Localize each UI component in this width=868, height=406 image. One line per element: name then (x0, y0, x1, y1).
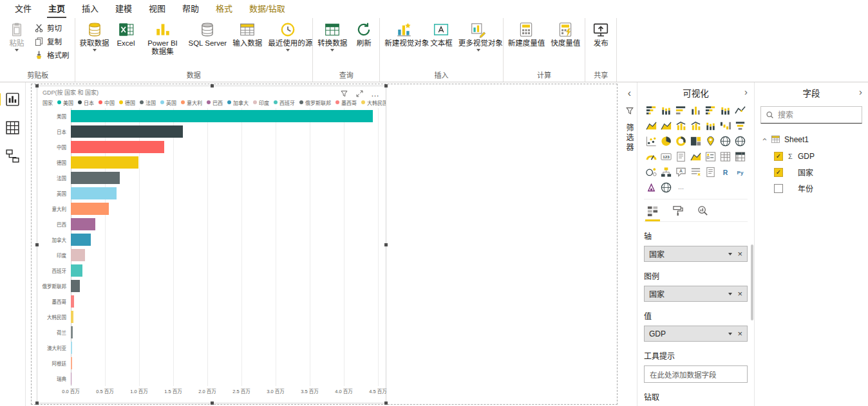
copy-button[interactable]: 复制 (31, 35, 73, 48)
bar-俄罗斯联邦[interactable] (71, 280, 80, 292)
multi-row-card-icon[interactable] (674, 149, 688, 163)
ribbon-tab-6[interactable]: 帮助 (174, 0, 207, 18)
filled-map-icon[interactable] (718, 134, 732, 148)
excel-button[interactable]: Excel (113, 19, 140, 48)
visualizations-scrollbar[interactable] (751, 245, 753, 320)
legend-item[interactable]: 德国 (119, 99, 135, 106)
legend-item[interactable]: 大韩民国 (361, 99, 386, 106)
card-icon[interactable]: 123 (659, 149, 673, 163)
focus-mode-icon[interactable] (355, 89, 364, 98)
smart-narrative-icon[interactable] (688, 165, 703, 179)
bar-荷兰[interactable] (71, 326, 73, 338)
remove-field-icon[interactable]: × (732, 329, 742, 338)
bar-巴西[interactable] (71, 218, 95, 230)
ribbon-tab-1[interactable]: 文件 (6, 0, 40, 18)
waterfall-chart-icon[interactable] (718, 118, 732, 133)
refresh-button[interactable]: 刷新 (350, 19, 377, 48)
collapse-fields-icon[interactable]: › (859, 87, 862, 97)
resize-handle[interactable] (384, 84, 388, 88)
search-box[interactable] (760, 106, 862, 124)
report-canvas[interactable]: … GDP(按 国家 和 国家) 国家美国日本中国德国法国英国意大利巴西加拿大印… (26, 82, 622, 406)
paste-button[interactable]: 粘贴 (3, 19, 30, 52)
bar-西班牙[interactable] (71, 264, 82, 277)
enter-data-button[interactable]: 输入数据 (230, 19, 265, 48)
donut-chart-icon[interactable] (674, 134, 688, 148)
field-checkbox-checked[interactable] (774, 152, 783, 161)
transform-data-button[interactable]: 转换数据 (315, 19, 350, 52)
stacked-column-chart-icon[interactable] (659, 103, 673, 117)
ribbon-tab-3[interactable]: 插入 (73, 0, 107, 18)
arcgis-map-icon[interactable] (659, 180, 673, 194)
resize-handle[interactable] (35, 243, 39, 246)
bar-法国[interactable] (71, 172, 120, 184)
100-stacked-column-chart-icon[interactable] (718, 103, 732, 117)
decomposition-tree-icon[interactable] (659, 165, 673, 179)
line-and-clustered-column-chart-icon[interactable] (688, 118, 703, 133)
bar-阿根廷[interactable] (71, 357, 72, 369)
kpi-icon[interactable] (688, 149, 703, 163)
bar-澳大利亚[interactable] (71, 342, 72, 354)
r-script-visual-icon[interactable]: R (718, 165, 732, 179)
legend-item[interactable]: 墨西哥 (335, 99, 357, 106)
get-data-button[interactable]: 获取数据 (77, 19, 112, 52)
ribbon-tab-5[interactable]: 视图 (140, 0, 174, 18)
legend-item[interactable]: 日本 (78, 99, 94, 106)
collapse-table-icon[interactable]: › (759, 136, 769, 143)
bar-大韩民国[interactable] (71, 311, 73, 323)
resize-handle[interactable] (384, 243, 388, 246)
model-view-button[interactable] (5, 148, 21, 164)
clustered-column-chart-icon[interactable] (688, 103, 703, 117)
gauge-icon[interactable] (644, 149, 658, 163)
100-stacked-bar-chart-icon[interactable] (703, 103, 717, 117)
bar-中国[interactable] (71, 141, 164, 153)
key-influencers-icon[interactable] (644, 165, 658, 179)
ribbon-tab-2[interactable]: 主页 (40, 0, 73, 18)
format-tab[interactable] (672, 205, 684, 217)
format-painter-button[interactable]: 格式刷 (31, 48, 73, 61)
remove-field-icon[interactable]: × (732, 249, 742, 259)
resize-handle[interactable] (211, 84, 214, 88)
new-measure-button[interactable]: 新建度量值 (505, 19, 548, 48)
field-chip-values[interactable]: GDP × (644, 326, 748, 342)
field-row-country[interactable]: 国家 (760, 164, 862, 180)
legend-item[interactable]: 英国 (160, 99, 176, 106)
bar-英国[interactable] (71, 187, 117, 199)
field-chip-axis[interactable]: 国家 × (644, 246, 748, 262)
bar-瑞典[interactable] (71, 373, 71, 385)
shape-map-icon[interactable] (733, 134, 747, 148)
bar-美国[interactable] (71, 110, 373, 122)
legend-item[interactable]: 中国 (99, 99, 115, 106)
more-visuals-button[interactable]: 更多视觉对象 (456, 19, 501, 52)
expand-filters-icon[interactable]: ‹ (628, 89, 631, 98)
more-options-icon[interactable]: … (371, 91, 380, 97)
search-input[interactable] (778, 111, 857, 120)
field-row-year[interactable]: 年份 (760, 180, 862, 196)
power-apps-visual-icon[interactable] (644, 180, 658, 194)
bar-德国[interactable] (71, 156, 138, 169)
add-data-field-dropzone[interactable]: 在此处添加数据字段 (644, 365, 748, 383)
recent-sources-button[interactable]: 最近使用的源 (265, 19, 310, 52)
bar-意大利[interactable] (71, 203, 109, 215)
ribbon-tab-7[interactable]: 格式 (207, 0, 241, 18)
line-and-stacked-column-chart-icon[interactable] (674, 118, 688, 133)
area-chart-icon[interactable] (644, 118, 658, 133)
ribbon-tab-8[interactable]: 数据/钻取 (241, 0, 294, 18)
fields-wells-tab[interactable] (646, 205, 659, 217)
ribbon-tab-4[interactable]: 建模 (107, 0, 140, 18)
field-chip-legend[interactable]: 国家 × (644, 286, 748, 302)
stacked-bar-chart-icon[interactable] (644, 103, 658, 117)
table-icon[interactable] (718, 149, 732, 163)
bar-加拿大[interactable] (71, 234, 91, 246)
cut-button[interactable]: 剪切 (31, 21, 73, 34)
visual-filter-icon[interactable] (340, 89, 348, 98)
table-sheet1[interactable]: › Sheet1 (760, 131, 862, 148)
bar-chart-visual[interactable]: … GDP(按 国家 和 国家) 国家美国日本中国德国法国英国意大利巴西加拿大印… (37, 86, 386, 403)
funnel-chart-icon[interactable] (733, 118, 747, 133)
resize-handle[interactable] (35, 401, 39, 405)
sql-server-button[interactable]: SQL Server (186, 19, 230, 48)
slicer-icon[interactable] (703, 149, 717, 163)
field-checkbox-checked[interactable] (774, 168, 783, 177)
treemap-icon[interactable] (688, 134, 703, 148)
matrix-icon[interactable] (733, 149, 747, 163)
legend-item[interactable]: 加拿大 (227, 99, 249, 106)
